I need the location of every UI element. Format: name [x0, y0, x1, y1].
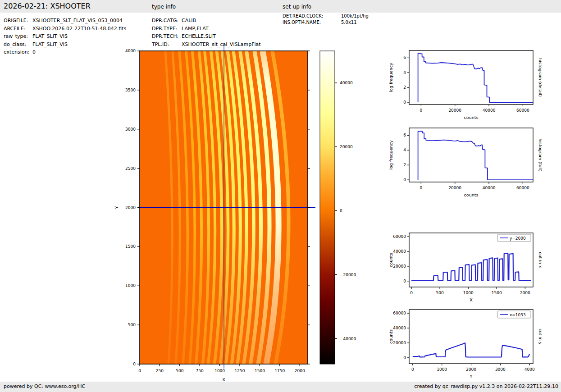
- x-tick-label: 250: [156, 369, 164, 373]
- setup-info-heading: set-up info: [283, 4, 311, 10]
- info-label: INS.OPTI4.NAME:: [283, 19, 341, 26]
- y-tick-label: 2500: [125, 166, 136, 171]
- y-axis-label: counts: [388, 253, 393, 267]
- y-tick-label: 500: [128, 323, 136, 327]
- x-tick-label: 60000: [516, 108, 529, 113]
- x-tick-label: 3000: [495, 367, 506, 372]
- y-tick-label: 2: [403, 163, 406, 167]
- x-tick-label: 1500: [255, 369, 265, 373]
- y-tick-label: 6: [403, 133, 406, 137]
- legend-label: y=2000: [510, 236, 526, 241]
- y-tick-label: 4: [403, 148, 406, 152]
- x-tick-label: 20000: [448, 108, 461, 113]
- footer-strip: powered by QC: www.eso.org/HC created by…: [0, 382, 561, 392]
- info-label: ORIGFILE:: [4, 17, 32, 25]
- page-title: 2026-02-21: XSHOOTER: [4, 2, 91, 10]
- y-tick-label: 2000: [125, 205, 136, 210]
- y-tick-label: 0: [133, 362, 136, 366]
- x-tick-label: 1750: [274, 369, 285, 373]
- y-tick-label: 20000: [393, 341, 406, 345]
- y-tick-label: 3000: [125, 127, 136, 132]
- info-value: 5.0x11: [341, 19, 357, 26]
- y-tick-label: 60000: [393, 234, 406, 239]
- info-row: DPR.CATG:CALIB: [152, 17, 261, 25]
- footer-powered-by: powered by QC: www.eso.org/HC: [4, 383, 85, 389]
- raw-image-plot: 0250500750100012501500175020000500100015…: [113, 41, 365, 387]
- info-label: do_class:: [4, 41, 32, 49]
- y-tick-label: 3500: [125, 88, 136, 92]
- y-tick-label: 20000: [393, 264, 406, 269]
- info-row: raw_type:FLAT_SLIT_VIS: [4, 32, 126, 41]
- x-tick-label: 1000: [463, 291, 474, 295]
- x-axis-label: Y: [470, 374, 473, 379]
- x-tick-label: 4000: [525, 367, 535, 372]
- info-label: DET.READ.CLOCK:: [283, 13, 341, 19]
- y-tick-label: 60000: [393, 311, 406, 315]
- y-axis-label: counts: [388, 329, 393, 344]
- info-label: DPR.TECH:: [152, 32, 182, 41]
- info-value: CALIB: [182, 17, 196, 25]
- x-tick-label: 2000: [295, 369, 305, 373]
- histogram-detail-plot: 02000040000600000246countslog frequencyh…: [387, 46, 542, 125]
- colorbar-tick-label: −40000: [340, 337, 356, 341]
- y-axis-label: log frequency: [388, 140, 393, 170]
- y-tick-label: 1500: [125, 244, 136, 249]
- info-row: DET.READ.CLOCK:100k/1pt/hg: [283, 13, 369, 19]
- footer-created-by: created by qc_rawdisp.py v1.2.3 on 2026-…: [414, 383, 558, 389]
- colorbar-tick-label: 0: [340, 209, 342, 213]
- y-tick-label: 0: [403, 100, 406, 105]
- info-value: XSHOO.2026-02-22T10:51:48.042.fits: [32, 25, 126, 33]
- colorbar-tick-label: −20000: [340, 273, 356, 277]
- info-label: ARCFILE:: [4, 25, 32, 33]
- x-tick-label: 20000: [448, 186, 461, 190]
- x-tick-label: 500: [436, 291, 444, 295]
- cut-in-x-plot: 05001000150020000200004000060000Xcountsc…: [387, 228, 542, 307]
- axes-frame: [409, 128, 533, 182]
- y-tick-label: 6: [403, 55, 406, 60]
- setup-info-block: DET.READ.CLOCK:100k/1pt/hgINS.OPTI4.NAME…: [283, 13, 369, 25]
- info-value: ECHELLE,SLIT: [182, 32, 216, 41]
- x-axis-label: counts: [464, 115, 479, 120]
- x-tick-label: 40000: [483, 108, 496, 113]
- histogram-full-plot: 02000040000600000246countslog frequencyh…: [387, 123, 542, 202]
- x-tick-label: 2000: [520, 291, 530, 295]
- side-label: histogram (full): [538, 138, 542, 171]
- info-label: raw_type:: [4, 32, 32, 41]
- side-label: histogram (detail): [538, 58, 542, 96]
- histogram_detail-svg: 02000040000600000246countslog frequencyh…: [387, 46, 542, 125]
- x-tick-label: 0: [420, 108, 423, 113]
- x-tick-label: 0: [138, 369, 141, 373]
- x-tick-label: 750: [196, 369, 204, 373]
- y-axis-label: log frequency: [388, 63, 393, 92]
- x-tick-label: 0: [411, 367, 414, 372]
- x-tick-label: 1000: [437, 367, 447, 372]
- x-tick-label: 40000: [483, 186, 496, 190]
- data-series-line: [413, 343, 529, 357]
- type-info-heading: type info: [152, 4, 176, 10]
- info-label: extension:: [4, 48, 32, 56]
- data-series-line: [418, 53, 533, 102]
- x-axis-label: counts: [464, 192, 479, 197]
- x-axis-label: X: [470, 297, 473, 302]
- info-value: FLAT_SLIT_VIS: [32, 32, 68, 41]
- x-tick-label: 500: [176, 369, 183, 373]
- colorbar: [320, 51, 335, 364]
- colorbar-tick-label: 40000: [340, 81, 353, 85]
- y-tick-label: 1000: [125, 283, 136, 288]
- cut_in_x-svg: 05001000150020000200004000060000Xcountsc…: [387, 228, 542, 307]
- info-value: XSHOOTER_SLT_FLAT_VIS_053_0004: [32, 17, 123, 25]
- cut_in_y-svg: 010002000300040000200004000060000Ycounts…: [387, 305, 542, 384]
- raw-image-svg: 0250500750100012501500175020000500100015…: [113, 41, 365, 387]
- y-tick-label: 4: [403, 70, 406, 75]
- x-tick-label: 1000: [214, 369, 225, 373]
- x-tick-label: 2000: [466, 367, 476, 372]
- y-tick-label: 4000: [125, 49, 136, 53]
- y-tick-label: 0: [403, 178, 406, 182]
- x-tick-label: 1500: [492, 291, 502, 295]
- info-value: 100k/1pt/hg: [341, 13, 369, 19]
- file-info-block: ORIGFILE:XSHOOTER_SLT_FLAT_VIS_053_0004A…: [4, 17, 126, 56]
- info-row: do_class:FLAT_SLIT_VIS: [4, 41, 126, 49]
- y-tick-label: 40000: [393, 326, 406, 330]
- histogram_full-svg: 02000040000600000246countslog frequencyh…: [387, 123, 542, 202]
- info-row: ARCFILE:XSHOO.2026-02-22T10:51:48.042.fi…: [4, 25, 126, 33]
